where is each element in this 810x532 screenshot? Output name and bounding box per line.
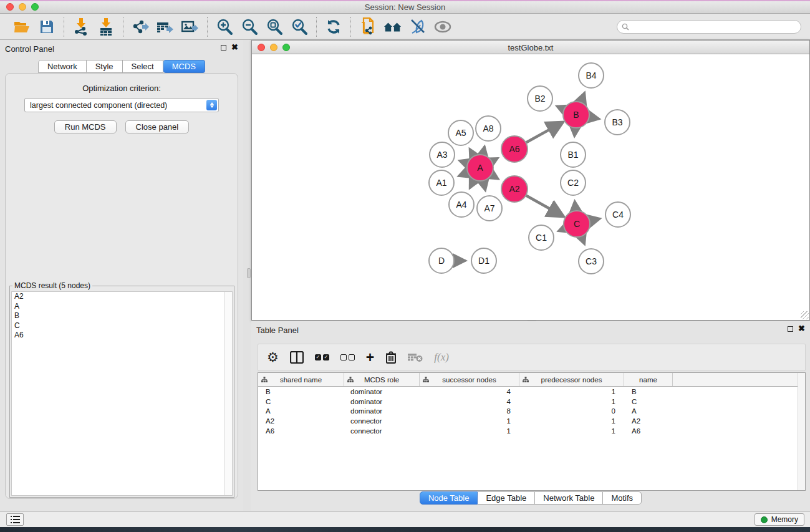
mcds-result-fieldset: MCDS result (5 nodes) A2ABCA6: [9, 281, 234, 498]
close-panel-icon[interactable]: ✖: [231, 44, 238, 51]
zoom-selected-icon[interactable]: [290, 17, 309, 36]
close-panel-button[interactable]: Close panel: [125, 120, 190, 133]
mcds-result-item[interactable]: A6: [12, 331, 232, 341]
window-resize-grip[interactable]: [801, 311, 809, 319]
split-view-icon[interactable]: [290, 349, 304, 365]
open-file-icon[interactable]: [12, 17, 31, 36]
zoom-in-icon[interactable]: [215, 17, 234, 36]
new-network-from-selection-icon[interactable]: [359, 17, 377, 36]
mcds-result-item[interactable]: A: [12, 302, 232, 312]
graph-edge-B-B3[interactable]: [589, 117, 600, 119]
graph-edge-A2-C[interactable]: [526, 195, 564, 216]
graph-node-label-B: B: [573, 110, 579, 120]
add-column-icon[interactable]: +: [366, 349, 374, 365]
table-cell: 1: [519, 388, 624, 395]
graph-edge-B-B2[interactable]: [556, 106, 564, 110]
memory-label: Memory: [771, 515, 798, 524]
tab-motifs[interactable]: Motifs: [603, 491, 642, 505]
tab-network[interactable]: Network: [38, 60, 87, 73]
export-table-icon[interactable]: [156, 17, 175, 36]
graph-node-label-B1: B1: [567, 150, 578, 160]
tab-node-table[interactable]: Node Table: [420, 491, 478, 505]
import-table-icon[interactable]: [97, 17, 115, 36]
import-network-icon[interactable]: [72, 17, 90, 36]
table-cell: A2: [258, 417, 344, 425]
app-title: Session: New Session: [0, 2, 810, 12]
first-neighbors-icon[interactable]: [383, 17, 402, 36]
close-table-panel-icon[interactable]: ✖: [798, 326, 805, 332]
graph-edge-C-C4[interactable]: [589, 218, 600, 221]
criterion-dropdown[interactable]: largest connected component (directed): [24, 98, 219, 112]
task-history-button[interactable]: [6, 513, 24, 526]
table-cell: connector: [344, 417, 420, 425]
float-table-panel-icon[interactable]: [788, 326, 793, 332]
tab-network-table[interactable]: Network Table: [535, 491, 603, 505]
zoom-out-icon[interactable]: [240, 17, 259, 36]
column-settings-icon[interactable]: ⚙: [267, 349, 279, 365]
table-row[interactable]: A6connector11A6: [258, 426, 805, 436]
table-toolbar: ⚙ ✓✓ + f(x): [258, 344, 806, 371]
graph-edge-B-B1[interactable]: [574, 128, 575, 137]
column-header-shared-name[interactable]: shared name: [258, 373, 344, 386]
graph-edge-A-A4[interactable]: [470, 180, 474, 188]
graph-edge-A-A5[interactable]: [470, 148, 474, 156]
graph-edge-C-C2[interactable]: [575, 201, 576, 211]
graph-edge-A-A1[interactable]: [458, 173, 468, 177]
mcds-result-item[interactable]: C: [12, 321, 232, 331]
search-icon: [622, 23, 629, 31]
network-canvas[interactable]: AA1A2A3A4A5A6A7A8BB1B2B3B4CC1C2C3C4DD1: [252, 55, 809, 320]
tab-style[interactable]: Style: [87, 60, 123, 73]
column-header-successor-nodes[interactable]: successor nodes: [420, 373, 519, 386]
graph-edge-B-B4[interactable]: [581, 92, 584, 102]
graph-edge-C-C3[interactable]: [582, 236, 585, 244]
float-panel-icon[interactable]: [221, 45, 226, 51]
column-header-mcds-role[interactable]: MCDS role: [344, 373, 420, 386]
result-scrollbar[interactable]: [224, 292, 232, 495]
mcds-result-item[interactable]: A2: [12, 292, 232, 302]
delete-table-icon[interactable]: [408, 349, 423, 365]
tab-mcds[interactable]: MCDS: [163, 60, 205, 73]
graph-node-label-A4: A4: [456, 200, 466, 210]
deselect-all-checkboxes-icon[interactable]: [340, 349, 355, 365]
graph-edge-A-A3[interactable]: [459, 160, 468, 163]
mcds-result-item[interactable]: B: [12, 311, 232, 321]
table-row[interactable]: A2connector11A2: [258, 416, 805, 426]
table-body: Bdominator41BCdominator41CAdominator80AA…: [258, 387, 805, 436]
column-header-name[interactable]: name: [624, 373, 673, 386]
graph-edge-A-A7[interactable]: [483, 180, 486, 190]
table-row[interactable]: Adominator80A: [258, 407, 805, 417]
mcds-result-list[interactable]: A2ABCA6: [11, 291, 233, 496]
table-row[interactable]: Bdominator41B: [258, 387, 805, 397]
graph-node-label-A6: A6: [509, 144, 519, 154]
export-image-icon[interactable]: [181, 17, 200, 36]
graph-edge-A-A2[interactable]: [491, 175, 499, 179]
table-tabs: Node Table Edge Table Network Table Moti…: [251, 491, 810, 505]
show-all-icon[interactable]: [433, 17, 452, 36]
tab-select[interactable]: Select: [123, 60, 163, 73]
hide-selected-icon[interactable]: [408, 17, 427, 36]
column-header-predecessor-nodes[interactable]: predecessor nodes: [519, 373, 624, 386]
network-window-title: testGlobe.txt: [252, 43, 809, 52]
graph-edge-A6-B[interactable]: [526, 122, 563, 143]
zoom-fit-icon[interactable]: [265, 17, 284, 36]
memory-button[interactable]: Memory: [755, 513, 804, 526]
refresh-icon[interactable]: [324, 17, 343, 36]
table-row[interactable]: Cdominator41C: [258, 397, 805, 407]
vertical-splitter-handle[interactable]: [247, 268, 251, 278]
network-window-titlebar[interactable]: testGlobe.txt: [252, 41, 809, 54]
graph-edge-A-A6[interactable]: [491, 158, 498, 162]
graph-edge-A-A8[interactable]: [483, 146, 485, 155]
save-session-icon[interactable]: [37, 17, 56, 36]
tab-edge-table[interactable]: Edge Table: [478, 491, 535, 505]
memory-status-icon: [761, 516, 768, 523]
network-graph: AA1A2A3A4A5A6A7A8BB1B2B3B4CC1C2C3C4DD1: [252, 55, 809, 320]
table-scrollbar[interactable]: [798, 373, 805, 490]
export-network-icon[interactable]: [131, 17, 150, 36]
run-mcds-button[interactable]: Run MCDS: [54, 120, 117, 133]
graph-node-label-C2: C2: [567, 178, 579, 188]
graph-edge-C-C1[interactable]: [558, 229, 564, 231]
search-input[interactable]: [617, 20, 801, 34]
delete-column-icon[interactable]: [385, 349, 397, 365]
function-builder-icon[interactable]: f(x): [434, 349, 449, 365]
select-all-checkboxes-icon[interactable]: ✓✓: [315, 349, 329, 365]
